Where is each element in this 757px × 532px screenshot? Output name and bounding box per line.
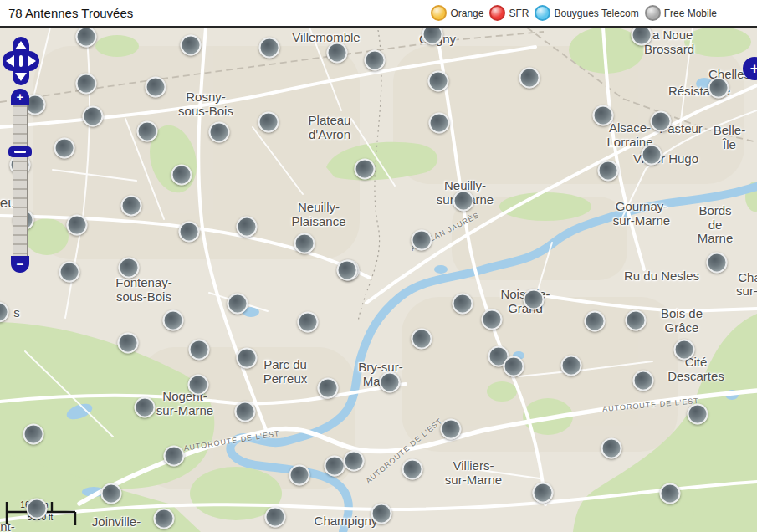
- antenna-marker[interactable]: [294, 233, 315, 254]
- antenna-marker[interactable]: [593, 105, 614, 126]
- antenna-marker[interactable]: [118, 333, 139, 354]
- pan-up-arrow-icon[interactable]: [15, 41, 27, 49]
- antenna-marker[interactable]: [632, 25, 652, 46]
- antenna-marker[interactable]: [651, 111, 672, 132]
- antenna-marker[interactable]: [633, 371, 654, 391]
- antenna-marker[interactable]: [660, 483, 681, 504]
- antenna-marker[interactable]: [237, 217, 258, 238]
- operator-legend: Orange SFR Bouygues Telecom Free Mobile: [431, 5, 717, 21]
- antenna-marker[interactable]: [265, 507, 286, 528]
- legend-label: Bouygues Telecom: [554, 8, 638, 19]
- antenna-marker[interactable]: [237, 348, 258, 369]
- antenna-marker[interactable]: [402, 459, 423, 480]
- antenna-marker[interactable]: [533, 483, 554, 504]
- antenna-marker[interactable]: [708, 78, 729, 99]
- antenna-marker[interactable]: [163, 310, 184, 331]
- header-bar: 78 Antennes Trouvées Orange SFR Bouygues…: [0, 0, 757, 28]
- page-title: 78 Antennes Trouvées: [8, 6, 133, 20]
- antenna-marker[interactable]: [189, 340, 210, 361]
- antenna-marker[interactable]: [327, 43, 348, 64]
- antenna-marker[interactable]: [642, 145, 662, 166]
- antenna-marker[interactable]: [298, 312, 319, 333]
- antenna-marker[interactable]: [137, 121, 158, 142]
- antenna-marker[interactable]: [601, 438, 622, 459]
- map-tiles: [0, 0, 757, 532]
- pan-compass: [3, 37, 39, 85]
- antenna-marker[interactable]: [181, 35, 202, 56]
- antenna-marker[interactable]: [119, 258, 140, 279]
- antenna-marker[interactable]: [626, 310, 647, 331]
- zoom-in-button[interactable]: +: [11, 89, 29, 105]
- legend-item-bouygues: Bouygues Telecom: [535, 5, 638, 21]
- antenna-marker[interactable]: [54, 138, 75, 159]
- antenna-marker[interactable]: [121, 196, 142, 217]
- antenna-marker[interactable]: [585, 311, 606, 332]
- antenna-marker[interactable]: [67, 215, 88, 236]
- legend-label: Free Mobile: [664, 8, 717, 19]
- antenna-marker[interactable]: [337, 260, 358, 281]
- antenna-marker[interactable]: [519, 68, 540, 89]
- antenna-marker[interactable]: [76, 27, 97, 48]
- antenna-marker[interactable]: [412, 230, 432, 251]
- pan-right-arrow-icon[interactable]: [28, 55, 36, 67]
- antenna-marker[interactable]: [674, 340, 695, 361]
- antenna-marker[interactable]: [228, 294, 248, 315]
- antenna-marker[interactable]: [524, 289, 545, 310]
- antenna-marker[interactable]: [453, 294, 473, 315]
- antenna-marker[interactable]: [59, 262, 80, 283]
- antenna-marker[interactable]: [318, 378, 339, 399]
- antenna-marker[interactable]: [688, 404, 708, 425]
- antenna-marker[interactable]: [598, 161, 619, 182]
- legend-label: Orange: [450, 8, 483, 19]
- antenna-marker[interactable]: [561, 356, 582, 376]
- antenna-marker[interactable]: [23, 424, 44, 445]
- compass-center-slot: [19, 55, 23, 67]
- antenna-marker[interactable]: [441, 419, 462, 440]
- antenna-marker[interactable]: [707, 253, 728, 274]
- map-canvas[interactable]: [0, 0, 757, 532]
- antenna-marker[interactable]: [146, 77, 166, 98]
- antenna-marker[interactable]: [135, 397, 156, 418]
- antenna-marker[interactable]: [188, 375, 209, 396]
- antenna-marker[interactable]: [171, 165, 192, 186]
- antenna-marker[interactable]: [428, 71, 449, 92]
- free-swatch-icon: [645, 5, 661, 21]
- antenna-marker[interactable]: [344, 451, 365, 472]
- antenna-marker[interactable]: [209, 122, 230, 143]
- bouygues-swatch-icon: [535, 5, 550, 21]
- legend-label: SFR: [509, 8, 529, 19]
- antenna-marker[interactable]: [83, 106, 104, 127]
- orange-swatch-icon: [431, 5, 447, 21]
- antenna-marker[interactable]: [27, 499, 48, 519]
- legend-item-orange: Orange: [431, 5, 483, 21]
- antenna-marker[interactable]: [164, 446, 185, 467]
- antenna-marker[interactable]: [258, 112, 279, 133]
- antenna-marker[interactable]: [453, 191, 474, 212]
- antenna-marker[interactable]: [429, 113, 450, 134]
- antenna-marker[interactable]: [371, 504, 392, 524]
- legend-item-free: Free Mobile: [645, 5, 717, 21]
- antenna-map-page: { "header": { "title": "78 Antennes Trou…: [0, 0, 757, 532]
- zoom-slider-handle[interactable]: [8, 146, 32, 157]
- antenna-marker[interactable]: [355, 159, 376, 180]
- legend-item-sfr: SFR: [489, 5, 529, 21]
- antenna-marker[interactable]: [76, 74, 97, 95]
- antenna-marker[interactable]: [380, 372, 401, 393]
- antenna-marker[interactable]: [504, 356, 524, 377]
- pan-down-arrow-icon[interactable]: [15, 73, 27, 81]
- antenna-marker[interactable]: [154, 509, 175, 529]
- antenna-marker[interactable]: [412, 329, 432, 350]
- pan-left-arrow-icon[interactable]: [6, 55, 14, 67]
- antenna-marker[interactable]: [235, 402, 256, 422]
- antenna-marker[interactable]: [101, 483, 122, 504]
- antenna-marker[interactable]: [259, 38, 280, 59]
- antenna-marker[interactable]: [365, 50, 386, 71]
- antenna-marker[interactable]: [179, 222, 200, 243]
- antenna-marker[interactable]: [289, 465, 310, 486]
- antenna-marker[interactable]: [482, 309, 503, 330]
- sfr-swatch-icon: [489, 5, 505, 21]
- antenna-marker[interactable]: [325, 456, 345, 477]
- zoom-slider-track[interactable]: [13, 105, 28, 256]
